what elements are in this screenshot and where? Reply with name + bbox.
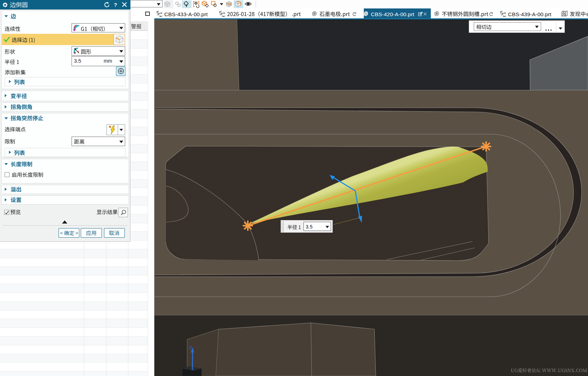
svg-text:?: ? [114,2,117,8]
svg-text:R: R [74,52,76,54]
